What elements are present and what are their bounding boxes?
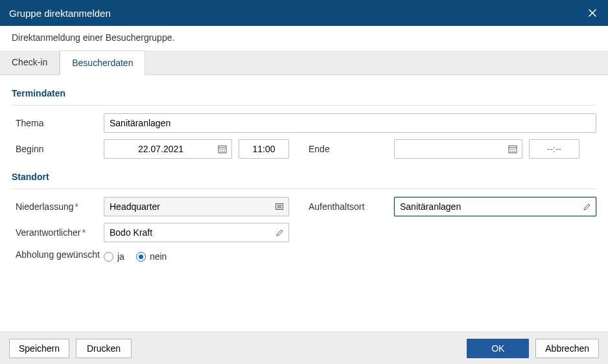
drucken-button[interactable]: Drucken xyxy=(76,339,132,358)
radio-ja[interactable]: ja xyxy=(104,251,124,262)
tab-checkin[interactable]: Check-in xyxy=(0,51,60,74)
label-beginn: Beginn xyxy=(12,144,104,154)
svg-point-2 xyxy=(220,149,221,150)
label-ende: Ende xyxy=(307,144,394,154)
svg-point-5 xyxy=(220,151,221,152)
svg-point-10 xyxy=(510,149,511,150)
speichern-button[interactable]: Speichern xyxy=(9,339,69,358)
verantwortlicher-field xyxy=(104,223,289,242)
niederlassung-input[interactable] xyxy=(104,197,289,216)
tab-besucherdaten[interactable]: Besucherdaten xyxy=(60,51,145,75)
svg-point-14 xyxy=(512,151,513,152)
radio-nein-label: nein xyxy=(150,251,167,262)
ende-time-input[interactable] xyxy=(529,139,579,159)
label-thema: Thema xyxy=(12,118,104,128)
label-aufenthaltsort: Aufenthaltsort xyxy=(307,201,394,212)
row-niederlassung-aufenthaltsort: Niederlassung* Aufenthaltsort xyxy=(12,197,596,216)
ok-button[interactable]: OK xyxy=(467,339,529,358)
label-verantwortlicher: Verantwortlicher* xyxy=(12,227,104,238)
svg-point-3 xyxy=(222,149,223,150)
pencil-icon[interactable] xyxy=(581,201,592,212)
aufenthaltsort-input[interactable] xyxy=(394,197,596,216)
beginn-date-input[interactable] xyxy=(104,139,232,159)
svg-point-15 xyxy=(514,151,515,152)
close-icon[interactable] xyxy=(586,6,599,19)
calendar-icon[interactable] xyxy=(507,143,519,155)
row-thema: Thema xyxy=(12,113,596,133)
label-abholung: Abholung gewünscht xyxy=(12,249,104,262)
svg-point-12 xyxy=(514,149,515,150)
ende-date-field xyxy=(394,139,522,159)
svg-point-11 xyxy=(512,149,513,150)
radio-ja-label: ja xyxy=(117,251,124,262)
radio-icon xyxy=(104,252,113,262)
svg-point-6 xyxy=(222,151,223,152)
svg-point-13 xyxy=(510,151,511,152)
dialog-title: Gruppe direktanmelden xyxy=(9,8,111,19)
section-divider xyxy=(12,188,596,189)
beginn-time-input[interactable] xyxy=(239,139,289,159)
row-verantwortlicher: Verantwortlicher* xyxy=(12,223,596,242)
niederlassung-field xyxy=(104,197,289,216)
row-beginn-ende: Beginn Ende xyxy=(12,139,596,159)
dialog-footer: Speichern Drucken OK Abbrechen xyxy=(0,332,608,364)
beginn-date-field xyxy=(104,139,232,159)
abbrechen-button[interactable]: Abbrechen xyxy=(535,339,599,358)
list-icon[interactable] xyxy=(274,201,285,212)
row-abholung: Abholung gewünscht ja nein xyxy=(12,249,596,262)
section-divider xyxy=(12,105,596,106)
required-marker: * xyxy=(75,201,78,212)
section-standort-title: Standort xyxy=(12,172,596,182)
verantwortlicher-input[interactable] xyxy=(104,223,289,242)
tab-bar: Check-in Besucherdaten xyxy=(0,51,608,75)
tab-content: Termindaten Thema Beginn Ende Standort xyxy=(0,75,608,275)
svg-point-7 xyxy=(224,151,225,152)
section-termindaten-title: Termindaten xyxy=(12,88,596,98)
aufenthaltsort-field xyxy=(394,197,596,216)
abholung-radio-group: ja nein xyxy=(104,249,167,262)
dialog-header: Gruppe direktanmelden xyxy=(0,0,608,26)
radio-icon xyxy=(136,252,146,262)
radio-nein[interactable]: nein xyxy=(136,251,167,262)
ende-date-input[interactable] xyxy=(394,139,522,159)
pencil-icon[interactable] xyxy=(274,227,285,238)
required-marker: * xyxy=(82,227,85,238)
label-niederlassung: Niederlassung* xyxy=(12,201,104,212)
calendar-icon[interactable] xyxy=(216,143,228,155)
svg-point-4 xyxy=(224,149,225,150)
dialog-subtitle: Direktanmeldung einer Besuchergruppe. xyxy=(0,26,608,51)
thema-input[interactable] xyxy=(104,113,596,133)
